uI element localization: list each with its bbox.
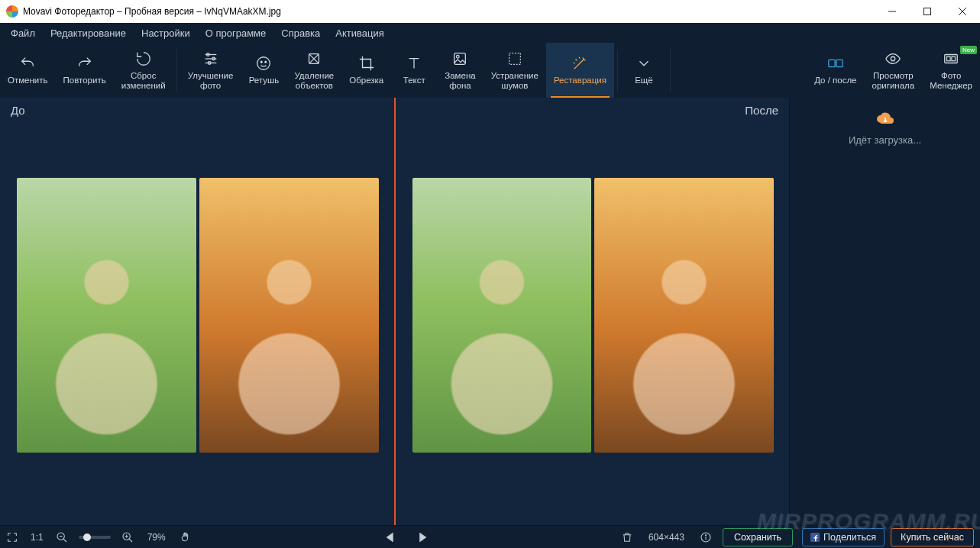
erase-icon	[305, 50, 323, 68]
restoration-button[interactable]: Реставрация	[546, 43, 614, 98]
reset-button[interactable]: Сброс изменений	[114, 43, 173, 98]
bg-label-2: фона	[449, 81, 471, 91]
share-label: Поделиться	[823, 532, 876, 543]
background-icon	[451, 50, 469, 68]
zoom-percent: 79%	[147, 532, 166, 543]
image-placeholder	[412, 178, 592, 453]
svg-point-15	[457, 55, 460, 58]
svg-point-19	[891, 56, 896, 61]
after-pane[interactable]	[396, 98, 790, 525]
text-label: Текст	[403, 76, 425, 85]
zoom-in-button[interactable]	[115, 526, 140, 549]
remove-label-1: Удаление	[294, 71, 334, 81]
info-button[interactable]	[694, 526, 718, 549]
svg-marker-30	[387, 533, 393, 541]
menu-about[interactable]: О программе	[198, 24, 274, 42]
image-placeholder	[594, 178, 774, 453]
window-title: Movavi Фоторедактор – Пробная версия – I…	[23, 6, 281, 17]
svg-line-24	[63, 539, 66, 542]
pan-button[interactable]	[173, 526, 198, 549]
menu-bar: Файл Редактирование Настройки О программ…	[0, 23, 980, 43]
main-area: До После Идёт загрузка...	[0, 98, 980, 525]
maximize-button[interactable]	[910, 0, 945, 23]
photo-manager-button[interactable]: New Фото Менеджер	[922, 43, 980, 98]
reset-label-1: Сброс	[131, 71, 156, 81]
zoom-slider[interactable]	[79, 536, 111, 539]
buy-button[interactable]: Купить сейчас	[891, 528, 974, 546]
menu-edit[interactable]: Редактирование	[43, 24, 134, 42]
svg-rect-18	[836, 60, 843, 67]
svg-marker-31	[420, 533, 425, 541]
zoom-ratio[interactable]: 1:1	[31, 532, 44, 543]
noise-label-1: Устранение	[491, 71, 539, 81]
before-pane[interactable]	[0, 98, 394, 525]
reset-label-2: изменений	[121, 81, 166, 91]
svg-rect-21	[947, 56, 951, 61]
image-dimensions: 604×443	[648, 532, 684, 543]
redo-button[interactable]: Повторить	[56, 43, 114, 98]
noise-label-2: шумов	[501, 81, 528, 91]
share-button[interactable]: Поделиться	[802, 528, 885, 546]
menu-activation[interactable]: Активация	[328, 24, 391, 42]
svg-point-10	[257, 57, 270, 70]
menu-settings[interactable]: Настройки	[134, 24, 198, 42]
text-icon	[405, 54, 423, 73]
image-viewer: До После	[0, 98, 789, 525]
crop-icon	[357, 54, 376, 73]
crop-label: Обрезка	[349, 76, 383, 85]
chevron-down-icon	[635, 54, 653, 73]
svg-rect-14	[454, 53, 466, 64]
text-button[interactable]: Текст	[391, 43, 437, 98]
close-button[interactable]	[945, 0, 980, 23]
side-panel: Идёт загрузка...	[789, 98, 980, 525]
next-image-button[interactable]	[410, 526, 435, 549]
enhance-button[interactable]: Улучшение фото	[180, 43, 241, 98]
app-logo-icon	[6, 5, 18, 18]
delete-button[interactable]	[615, 526, 639, 549]
eye-icon	[884, 50, 902, 68]
photomgr-label-2: Менеджер	[930, 81, 972, 91]
before-after-button[interactable]: До / после	[807, 43, 864, 98]
svg-point-12	[265, 62, 267, 63]
more-button[interactable]: Ещё	[621, 43, 667, 98]
change-bg-button[interactable]: Замена фона	[437, 43, 483, 98]
remove-label-2: объектов	[296, 81, 333, 91]
new-badge: New	[960, 46, 977, 54]
before-after-label: До / после	[814, 76, 856, 85]
retouch-label: Ретушь	[249, 76, 280, 85]
sliders-icon	[202, 50, 220, 68]
image-placeholder	[17, 178, 196, 453]
undo-icon	[18, 54, 37, 73]
redo-icon	[76, 54, 94, 73]
svg-rect-22	[952, 56, 956, 61]
face-icon	[254, 54, 273, 73]
cloud-download-icon	[876, 111, 894, 127]
before-image	[17, 178, 379, 453]
remove-objects-button[interactable]: Удаление объектов	[286, 43, 341, 98]
view-original-button[interactable]: Просмотр оригинала	[865, 43, 923, 98]
photomgr-label-1: Фото	[941, 71, 961, 81]
svg-rect-16	[509, 53, 520, 64]
vieworig-label-1: Просмотр	[873, 71, 914, 81]
after-image	[412, 178, 775, 453]
image-placeholder	[199, 178, 379, 453]
menu-help[interactable]: Справка	[273, 24, 328, 42]
minimize-button[interactable]	[875, 0, 910, 23]
separator	[176, 49, 177, 92]
undo-button[interactable]: Отменить	[0, 43, 56, 98]
svg-rect-17	[829, 60, 835, 67]
toolbar: Отменить Повторить Сброс изменений Улучш…	[0, 43, 980, 98]
retouch-button[interactable]: Ретушь	[241, 43, 286, 98]
vieworig-label-2: оригинала	[872, 81, 915, 91]
menu-file[interactable]: Файл	[3, 24, 43, 42]
prev-image-button[interactable]	[378, 526, 403, 549]
fullscreen-button[interactable]	[0, 526, 24, 549]
zoom-thumb[interactable]	[83, 533, 91, 541]
save-button[interactable]: Сохранить	[723, 528, 793, 546]
gallery-icon	[942, 50, 960, 68]
noise-icon	[506, 50, 524, 68]
zoom-out-button[interactable]	[50, 526, 74, 549]
crop-button[interactable]: Обрезка	[341, 43, 391, 98]
denoise-button[interactable]: Устранение шумов	[484, 43, 546, 98]
svg-point-34	[705, 534, 706, 535]
